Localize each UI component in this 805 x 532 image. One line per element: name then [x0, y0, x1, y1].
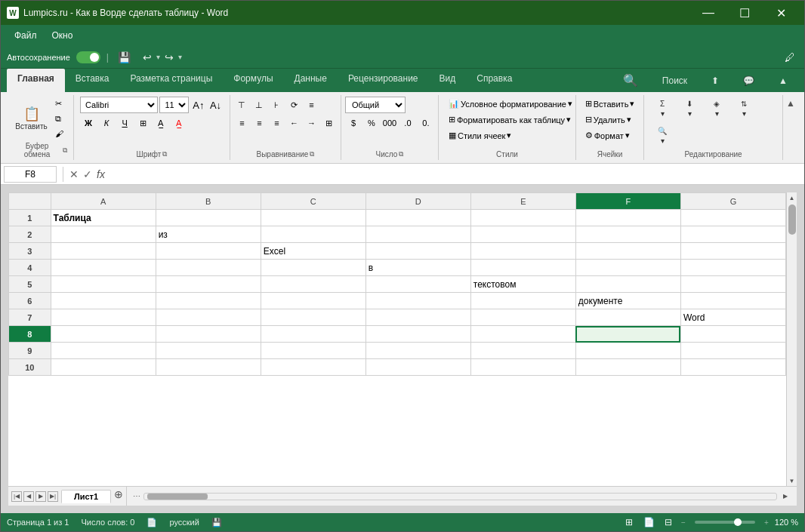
- spreadsheet-cell[interactable]: [575, 210, 680, 226]
- spreadsheet-cell[interactable]: [680, 359, 785, 376]
- fill-button[interactable]: ⬇ ▾: [677, 97, 702, 121]
- row-header-8[interactable]: 8: [9, 326, 51, 343]
- save-status-icon[interactable]: 💾: [211, 518, 222, 527]
- spreadsheet-cell[interactable]: [51, 326, 156, 343]
- delete-cells-button[interactable]: ⊟ Удалить ▾: [581, 112, 639, 127]
- scroll-up-button[interactable]: ▲: [787, 192, 797, 203]
- bold-button[interactable]: Ж: [80, 115, 97, 131]
- view-page[interactable]: 📄: [642, 515, 655, 529]
- sort-filter-button[interactable]: ⇅ ▾: [732, 97, 756, 121]
- spreadsheet-cell[interactable]: [51, 293, 156, 309]
- tab-nav-prev[interactable]: ◀: [23, 491, 34, 502]
- spreadsheet-cell[interactable]: [51, 260, 156, 276]
- spreadsheet-cell[interactable]: из: [156, 226, 261, 243]
- row-header-3[interactable]: 3: [9, 243, 51, 260]
- merge-cells[interactable]: ⊞: [320, 115, 337, 131]
- spreadsheet-cell[interactable]: Таблица: [51, 210, 156, 226]
- language-status[interactable]: русский: [169, 518, 199, 527]
- decrease-font-size[interactable]: A↓: [208, 97, 224, 113]
- align-left[interactable]: ≡: [233, 115, 250, 131]
- spreadsheet-cell[interactable]: [51, 226, 156, 243]
- view-normal[interactable]: ⊞: [622, 515, 636, 529]
- spreadsheet-cell[interactable]: [680, 243, 785, 260]
- underline-button[interactable]: Ч: [116, 115, 133, 131]
- customize-quick-access[interactable]: 🖊: [782, 50, 798, 65]
- format-painter-button[interactable]: 🖌: [51, 127, 67, 140]
- align-top[interactable]: ⊤: [233, 97, 250, 113]
- spreadsheet-cell[interactable]: [156, 260, 261, 276]
- spreadsheet-cell[interactable]: [261, 326, 365, 343]
- spreadsheet-cell[interactable]: [365, 326, 470, 343]
- delete-dropdown[interactable]: ▾: [627, 115, 631, 125]
- insert-dropdown[interactable]: ▾: [630, 99, 634, 109]
- spreadsheet-cell[interactable]: [470, 326, 575, 343]
- font-color-button[interactable]: A̲: [171, 115, 187, 131]
- search-input-label[interactable]: Поиск: [652, 71, 698, 91]
- col-header-G[interactable]: G: [680, 193, 785, 210]
- save-button[interactable]: 💾: [115, 50, 134, 65]
- font-size-select[interactable]: 11: [159, 97, 189, 113]
- tab-insert[interactable]: Вставка: [65, 69, 120, 92]
- tab-data[interactable]: Данные: [284, 69, 338, 92]
- spreadsheet-cell[interactable]: [261, 226, 365, 243]
- spreadsheet-cell[interactable]: [680, 260, 785, 276]
- formula-cancel[interactable]: ✕: [69, 168, 79, 180]
- redo-button[interactable]: ↪: [162, 50, 177, 65]
- spreadsheet-cell[interactable]: [365, 309, 470, 326]
- spreadsheet-cell[interactable]: [51, 243, 156, 260]
- tab-nav-first[interactable]: |◀: [11, 491, 22, 502]
- spreadsheet-cell[interactable]: [575, 226, 680, 243]
- spreadsheet-cell[interactable]: [680, 343, 785, 359]
- wrap-text[interactable]: ≡: [303, 97, 319, 113]
- spreadsheet-cell[interactable]: [156, 359, 261, 376]
- tab-home[interactable]: Главная: [7, 69, 65, 92]
- spreadsheet-cell[interactable]: [470, 343, 575, 359]
- spreadsheet-cell[interactable]: [680, 276, 785, 293]
- row-header-4[interactable]: 4: [9, 260, 51, 276]
- align-bottom[interactable]: ⊦: [268, 97, 285, 113]
- col-header-C[interactable]: C: [261, 193, 365, 210]
- undo-dropdown[interactable]: ▾: [156, 53, 160, 61]
- spreadsheet-cell[interactable]: Excel: [261, 243, 365, 260]
- tab-nav-next[interactable]: ▶: [35, 491, 46, 502]
- format-table-button[interactable]: ⊞ Форматировать как таблицу ▾: [445, 112, 569, 127]
- spreadsheet-cell[interactable]: Word: [680, 309, 785, 326]
- spreadsheet-cell[interactable]: [470, 243, 575, 260]
- format-dropdown[interactable]: ▾: [625, 131, 630, 140]
- spreadsheet-cell[interactable]: документе: [575, 293, 680, 309]
- h-scroll-thumb[interactable]: [147, 494, 208, 500]
- tab-review[interactable]: Рецензирование: [338, 69, 429, 92]
- zoom-plus[interactable]: +: [764, 518, 769, 527]
- vertical-scrollbar[interactable]: ▲ ▼: [786, 192, 797, 486]
- indent-increase[interactable]: →: [303, 115, 319, 131]
- scroll-down-button[interactable]: ▼: [787, 475, 797, 486]
- find-select-button[interactable]: 🔍 ▾: [650, 124, 674, 148]
- decimal-increase[interactable]: .0: [399, 115, 416, 131]
- align-center[interactable]: ≡: [251, 115, 267, 131]
- decimal-decrease[interactable]: 0.: [418, 115, 434, 131]
- comments-button[interactable]: 💬: [733, 71, 765, 91]
- spreadsheet-cell[interactable]: [575, 359, 680, 376]
- page-status[interactable]: Страница 1 из 1: [7, 518, 69, 527]
- spreadsheet-cell[interactable]: [365, 226, 470, 243]
- spreadsheet-cell[interactable]: [156, 243, 261, 260]
- spreadsheet-cell[interactable]: [680, 293, 785, 309]
- spreadsheet-cell[interactable]: [575, 276, 680, 293]
- borders-button[interactable]: ⊞: [134, 115, 151, 131]
- maximize-button[interactable]: ☐: [727, 1, 762, 25]
- tab-nav-last[interactable]: ▶|: [48, 491, 58, 502]
- col-header-B[interactable]: B: [156, 193, 261, 210]
- minimize-button[interactable]: —: [691, 1, 726, 25]
- spreadsheet-cell[interactable]: [156, 326, 261, 343]
- zoom-slider[interactable]: [695, 521, 755, 524]
- text-angle[interactable]: ⟳: [285, 97, 302, 113]
- spreadsheet-cell[interactable]: [470, 359, 575, 376]
- clipboard-expand[interactable]: ⧉: [63, 146, 67, 155]
- spreadsheet-cell[interactable]: [365, 243, 470, 260]
- thousands-button[interactable]: 000: [381, 115, 398, 131]
- insert-function-button[interactable]: fx: [97, 168, 105, 180]
- spreadsheet-cell[interactable]: в: [365, 260, 470, 276]
- cut-button[interactable]: ✂: [51, 97, 67, 111]
- spreadsheet-cell[interactable]: [470, 260, 575, 276]
- tab-help[interactable]: Справка: [466, 69, 523, 92]
